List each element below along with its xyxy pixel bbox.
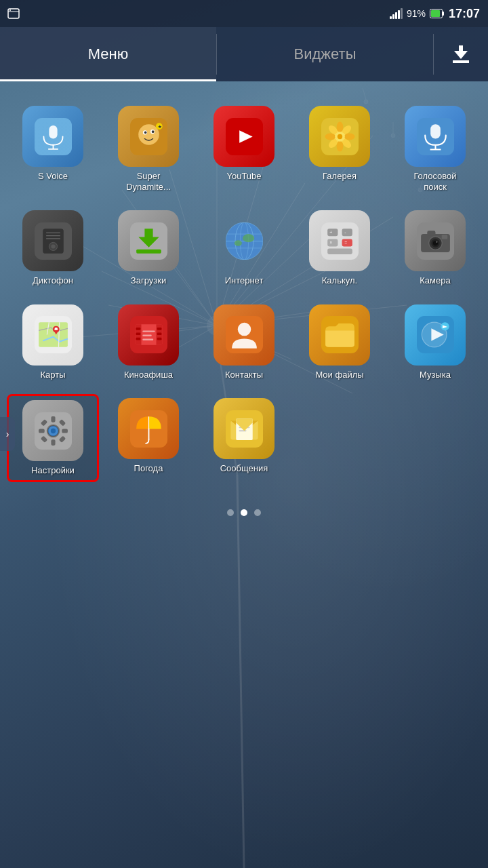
svg-rect-122	[157, 338, 161, 340]
svg-text:=: =	[344, 240, 347, 245]
cinema-icon	[118, 304, 179, 366]
app-dictophone[interactable]: Диктофон	[7, 206, 99, 290]
svg-rect-38	[459, 45, 463, 52]
svg-rect-106	[441, 235, 447, 239]
maps-icon	[22, 304, 83, 366]
app-weather[interactable]: Погода	[102, 394, 195, 482]
cinema-label: Киноафиша	[124, 370, 173, 380]
camera-label: Камера	[420, 275, 450, 286]
svg-rect-36	[443, 12, 444, 16]
status-left	[7, 7, 20, 20]
svg-rect-94	[342, 239, 352, 246]
svg-point-127	[237, 323, 251, 336]
app-contacts[interactable]: Контакты	[198, 300, 290, 384]
tab-widgets-label: Виджеты	[294, 45, 357, 63]
app-music[interactable]: Музыка	[389, 300, 481, 384]
tab-menu[interactable]: Меню	[0, 27, 216, 81]
maps-label: Карты	[40, 370, 65, 380]
svg-line-0	[237, 475, 244, 868]
page-dot-2[interactable]	[241, 509, 247, 516]
camera-icon	[405, 210, 466, 271]
page-dot-3[interactable]	[254, 509, 261, 516]
svg-rect-109	[39, 322, 68, 347]
svoice-label: S Voice	[38, 171, 68, 182]
downloads-icon	[118, 210, 179, 271]
voicesearch-label: Голосовой поиск	[401, 171, 469, 192]
music-icon	[405, 304, 466, 366]
gallery-label: Галерея	[323, 171, 357, 182]
internet-icon	[214, 210, 274, 271]
app-downloads[interactable]: Загрузки	[102, 206, 195, 290]
svg-text:×: ×	[329, 240, 332, 245]
svg-rect-95	[327, 248, 352, 254]
svg-text:+: +	[329, 230, 332, 235]
svg-point-88	[243, 234, 254, 242]
dictophone-icon	[22, 210, 83, 271]
svg-point-59	[344, 133, 354, 140]
status-bar: 91% 17:07	[0, 0, 488, 27]
svg-point-77	[51, 244, 55, 248]
app-calculator[interactable]: + - × = Калькул.	[293, 206, 386, 290]
downloads-label: Загрузки	[131, 275, 166, 286]
music-label: Музыка	[420, 370, 451, 380]
svg-rect-107	[427, 231, 435, 235]
svg-rect-92	[342, 229, 352, 236]
calculator-label: Калькул.	[322, 275, 357, 286]
svoice-icon	[22, 106, 83, 167]
svg-text:-: -	[344, 230, 346, 235]
calculator-icon: + - × =	[309, 210, 370, 271]
svg-point-57	[336, 121, 343, 132]
svg-point-89	[234, 240, 241, 246]
contacts-label: Контакты	[225, 370, 263, 380]
app-camera[interactable]: Камера	[389, 206, 481, 290]
battery-icon	[430, 9, 445, 18]
app-myfiles[interactable]: Мои файлы	[293, 300, 386, 384]
svg-rect-119	[136, 338, 140, 340]
settings-label: Настройки	[31, 465, 75, 476]
svg-rect-139	[39, 429, 45, 433]
svg-point-63	[325, 133, 336, 140]
app-youtube[interactable]: YouTube	[198, 102, 290, 196]
svg-point-49	[151, 130, 154, 133]
clock: 17:07	[449, 7, 480, 21]
download-icon	[451, 44, 471, 64]
app-cinema[interactable]: Киноафиша	[102, 300, 195, 384]
tab-widgets[interactable]: Виджеты	[217, 27, 433, 81]
page-dot-1[interactable]	[227, 509, 234, 516]
svg-point-48	[144, 131, 146, 134]
svg-rect-138	[51, 439, 55, 446]
app-gallery[interactable]: Галерея	[293, 102, 386, 196]
app-internet[interactable]: Интернет	[198, 206, 290, 290]
svg-rect-124	[142, 335, 151, 336]
svg-rect-156	[239, 430, 246, 431]
app-messages[interactable]: Сообщения	[198, 394, 290, 482]
svg-rect-93	[327, 239, 338, 246]
svg-point-33	[9, 9, 11, 11]
voicesearch-icon	[405, 106, 466, 167]
svg-rect-117	[136, 328, 140, 330]
svg-rect-41	[49, 125, 57, 139]
superdyn-label: Super Dynamite...	[115, 171, 182, 192]
signal-icon	[390, 8, 403, 19]
app-superdynamite[interactable]: ★ Super Dynamite...	[102, 102, 195, 196]
app-maps[interactable]: Карты	[7, 300, 99, 384]
sidebar-toggle[interactable]: ›	[0, 417, 15, 451]
tab-menu-label: Меню	[88, 45, 128, 63]
dictophone-label: Диктофон	[33, 275, 73, 286]
svg-rect-140	[62, 429, 68, 433]
svg-rect-121	[157, 333, 161, 336]
app-grid: S Voice ★ Super Dynamite...	[0, 88, 488, 496]
svg-rect-80	[136, 249, 161, 253]
superdyn-icon: ★	[118, 106, 179, 167]
download-button[interactable]	[434, 27, 488, 81]
page-indicators	[0, 509, 488, 516]
app-svoice[interactable]: S Voice	[7, 102, 99, 196]
svg-rect-137	[51, 416, 55, 422]
svg-point-146	[50, 429, 55, 433]
app-settings[interactable]: Настройки	[7, 394, 99, 482]
svg-rect-68	[430, 124, 441, 138]
svg-point-66	[337, 134, 342, 138]
svg-rect-91	[327, 229, 338, 236]
app-voicesearch[interactable]: Голосовой поиск	[389, 102, 481, 196]
youtube-label: YouTube	[226, 171, 261, 182]
